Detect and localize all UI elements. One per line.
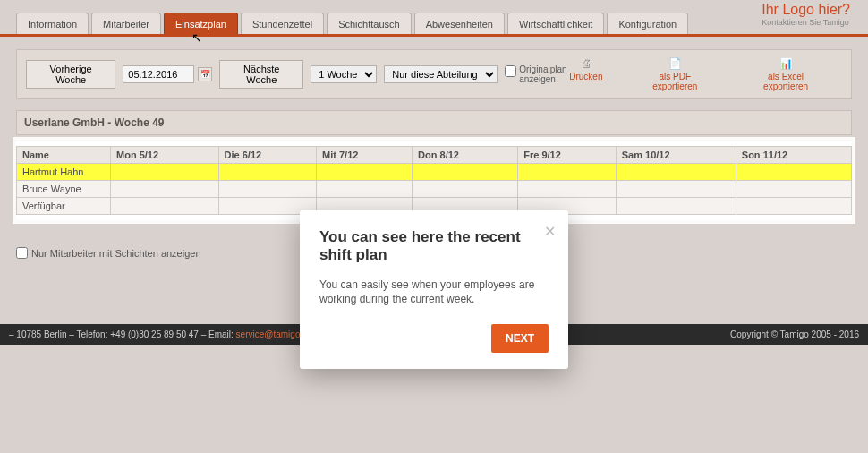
original-plan-label: Originalplan anzeigen bbox=[519, 64, 566, 84]
schedule-cell[interactable] bbox=[736, 164, 851, 181]
section-title: Userlane GmbH - Woche 49 bbox=[16, 110, 852, 135]
pdf-icon: 📄 bbox=[638, 57, 711, 70]
schedule-cell[interactable] bbox=[413, 181, 518, 198]
table-row[interactable]: Hartmut Hahn bbox=[17, 164, 852, 181]
tab-abwesenheiten[interactable]: Abwesenheiten bbox=[414, 13, 505, 34]
table-header: Mit 7/12 bbox=[317, 147, 413, 164]
footer-right: Copyright © Tamigo 2005 - 2016 bbox=[730, 329, 859, 339]
schedule-cell[interactable] bbox=[111, 164, 219, 181]
schedule-cell[interactable] bbox=[111, 181, 219, 198]
schedule-table: NameMon 5/12Die 6/12Mit 7/12Don 8/12Fre … bbox=[16, 146, 852, 215]
tab-stundenzettel[interactable]: Stundenzettel bbox=[241, 13, 324, 34]
schedule-table-panel: NameMon 5/12Die 6/12Mit 7/12Don 8/12Fre … bbox=[16, 141, 852, 220]
table-header: Mon 5/12 bbox=[111, 147, 219, 164]
footer-left: – 10785 Berlin – Telefon: +49 (0)30 25 8… bbox=[9, 329, 312, 339]
print-button[interactable]: 🖨 Drucken bbox=[569, 57, 602, 91]
row-name: Hartmut Hahn bbox=[17, 164, 111, 181]
next-button[interactable]: NEXT bbox=[491, 324, 549, 353]
onboarding-modal: ✕ You can see here the recent shift plan… bbox=[300, 210, 568, 369]
next-week-button[interactable]: Nächste Woche bbox=[219, 60, 303, 89]
logo-subtitle: Kontaktieren Sie Tamigo bbox=[762, 18, 850, 27]
tab-mitarbeiter[interactable]: Mitarbeiter bbox=[91, 13, 161, 34]
modal-title: You can see here the recent shift plan bbox=[319, 228, 549, 265]
toolbar: Vorherige Woche 📅 Nächste Woche 1 Woche … bbox=[16, 49, 852, 99]
table-header: Son 11/12 bbox=[736, 147, 851, 164]
print-icon: 🖨 bbox=[569, 57, 602, 70]
table-row[interactable]: Bruce Wayne bbox=[17, 181, 852, 198]
date-picker[interactable]: 📅 bbox=[123, 65, 212, 83]
logo-area: Ihr Logo hier? Kontaktieren Sie Tamigo bbox=[762, 2, 850, 27]
modal-body: You can easily see when your employees a… bbox=[319, 278, 549, 306]
schedule-cell[interactable] bbox=[218, 164, 317, 181]
schedule-cell[interactable] bbox=[518, 164, 617, 181]
schedule-cell[interactable] bbox=[111, 198, 219, 215]
original-plan-toggle[interactable]: Originalplan anzeigen bbox=[505, 64, 562, 84]
schedule-cell[interactable] bbox=[616, 198, 736, 215]
export-excel-button[interactable]: 📊 als Excel exportieren bbox=[747, 57, 824, 91]
duration-select[interactable]: 1 Woche bbox=[311, 65, 377, 83]
schedule-cell[interactable] bbox=[616, 164, 736, 181]
department-select[interactable]: Nur diese Abteilung bbox=[384, 65, 498, 83]
date-input[interactable] bbox=[123, 65, 194, 83]
schedule-cell[interactable] bbox=[616, 181, 736, 198]
original-plan-checkbox[interactable] bbox=[505, 65, 516, 77]
export-group: 🖨 Drucken 📄 als PDF exportieren 📊 als Ex… bbox=[569, 57, 842, 91]
tab-wirtschaftlichkeit[interactable]: Wirtschaftlichkeit bbox=[507, 13, 605, 34]
row-name: Bruce Wayne bbox=[17, 181, 111, 198]
table-header-row: NameMon 5/12Die 6/12Mit 7/12Don 8/12Fre … bbox=[17, 147, 852, 164]
tab-konfiguration[interactable]: Konfiguration bbox=[607, 13, 688, 34]
table-header: Fre 9/12 bbox=[518, 147, 617, 164]
prev-week-button[interactable]: Vorherige Woche bbox=[26, 60, 115, 89]
schedule-cell[interactable] bbox=[736, 181, 851, 198]
tab-schichttausch[interactable]: Schichttausch bbox=[327, 13, 411, 34]
row-name: Verfügbar bbox=[17, 198, 111, 215]
table-header: Sam 10/12 bbox=[616, 147, 736, 164]
schedule-cell[interactable] bbox=[518, 181, 617, 198]
tab-einsatzplan[interactable]: Einsatzplan bbox=[164, 13, 238, 34]
schedule-cell[interactable] bbox=[413, 164, 518, 181]
schedule-cell[interactable] bbox=[317, 181, 413, 198]
filter-shifts-label: Nur Mitarbeiter mit Schichten anzeigen bbox=[31, 248, 201, 259]
schedule-cell[interactable] bbox=[218, 181, 317, 198]
export-pdf-button[interactable]: 📄 als PDF exportieren bbox=[638, 57, 711, 91]
schedule-cell[interactable] bbox=[317, 164, 413, 181]
tab-information[interactable]: Information bbox=[16, 13, 89, 34]
calendar-icon[interactable]: 📅 bbox=[198, 67, 212, 81]
excel-icon: 📊 bbox=[747, 57, 824, 70]
logo-title: Ihr Logo hier? bbox=[762, 2, 850, 18]
schedule-cell[interactable] bbox=[736, 198, 851, 215]
main-tabs: InformationMitarbeiterEinsatzplanStunden… bbox=[0, 13, 868, 37]
table-header: Don 8/12 bbox=[413, 147, 518, 164]
filter-shifts-checkbox[interactable] bbox=[16, 247, 28, 259]
table-header: Die 6/12 bbox=[218, 147, 317, 164]
table-header: Name bbox=[17, 147, 111, 164]
close-icon[interactable]: ✕ bbox=[544, 223, 556, 240]
